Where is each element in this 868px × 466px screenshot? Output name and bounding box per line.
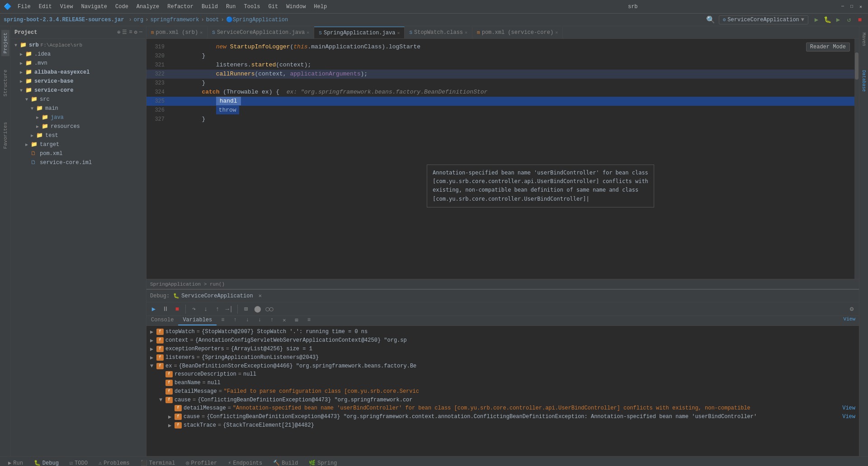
- project-tab[interactable]: Project: [1, 30, 9, 56]
- var-context[interactable]: ▶ f context = {AnnotationConfigServletWe…: [146, 336, 859, 345]
- menu-git[interactable]: Git: [265, 3, 282, 11]
- menu-view[interactable]: View: [57, 3, 77, 11]
- debug-settings[interactable]: ⚙: [846, 304, 857, 315]
- problems-tab[interactable]: ⚠ Problems: [94, 458, 134, 466]
- debug-tab5[interactable]: ↓: [254, 316, 266, 325]
- menu-tools[interactable]: Tools: [241, 3, 264, 11]
- menu-navigate[interactable]: Navigate: [77, 3, 111, 11]
- expand-arrow[interactable]: ▶: [150, 329, 156, 335]
- close-button[interactable]: ✕: [857, 3, 864, 10]
- structure-tab[interactable]: Structure: [1, 67, 9, 99]
- favorites-tab[interactable]: Favorites: [1, 119, 9, 151]
- tab-pom-srb[interactable]: m pom.xml (srb) ✕: [146, 27, 208, 38]
- tab-spring-app[interactable]: S SpringApplication.java ✕: [314, 27, 405, 38]
- frames-tab[interactable]: ↑: [229, 316, 241, 325]
- tab-stopwatch[interactable]: S StopWatch.class ✕: [405, 27, 472, 38]
- run-config-dropdown[interactable]: ▼: [801, 17, 804, 23]
- tab-close[interactable]: ✕: [397, 30, 400, 36]
- evaluate-button[interactable]: ⊞: [241, 304, 251, 315]
- view-link-text[interactable]: View: [840, 315, 859, 324]
- var-stopwatch[interactable]: ▶ f stopWatch = {StopWatch@2007} StopWat…: [146, 328, 859, 336]
- maximize-button[interactable]: □: [848, 3, 855, 10]
- scroll-from-source[interactable]: ☰: [122, 29, 127, 36]
- run-coverage-button[interactable]: ▶: [834, 15, 843, 24]
- menu-help[interactable]: Help: [310, 3, 330, 11]
- minimize-button[interactable]: ─: [839, 3, 846, 10]
- tree-alibaba[interactable]: ▶ 📁 alibaba-easyexcel: [11, 68, 146, 77]
- expand-arrow[interactable]: ▼: [150, 363, 156, 369]
- menu-code[interactable]: Code: [112, 3, 132, 11]
- debug-tab[interactable]: 🐛 Debug: [29, 458, 63, 466]
- profiler-tab[interactable]: ◎ Profiler: [181, 458, 222, 466]
- debug-tab6[interactable]: ↑: [266, 316, 278, 325]
- tab-close[interactable]: ✕: [307, 30, 309, 35]
- tree-service-core[interactable]: ▼ 📁 service-core: [11, 86, 146, 95]
- terminal-tab[interactable]: ⬛ Terminal: [136, 458, 180, 466]
- menu-file[interactable]: File: [14, 3, 34, 11]
- expand-arrow[interactable]: ▶: [168, 422, 175, 429]
- debug-tab9[interactable]: ≡: [303, 316, 315, 325]
- tab-pom-service[interactable]: m pom.xml (service-core) ✕: [472, 27, 563, 38]
- step-over-button[interactable]: ↷: [189, 304, 199, 315]
- database-tab[interactable]: Database: [860, 70, 868, 92]
- tree-service-base[interactable]: ▶ 📁 service-base: [11, 77, 146, 86]
- endpoints-tab[interactable]: ⚡ Endpoints: [223, 458, 267, 466]
- gear-icon[interactable]: ⚙: [134, 29, 137, 36]
- step-into-button[interactable]: ↓: [200, 304, 211, 315]
- view-link2[interactable]: View: [842, 414, 855, 420]
- tree-pom-xml[interactable]: 🗋 pom.xml: [11, 149, 146, 158]
- tree-idea[interactable]: ▶ 📁 .idea: [11, 50, 146, 59]
- stop-debug-button[interactable]: ■: [172, 304, 183, 315]
- tree-target[interactable]: ▶ 📁 target: [11, 140, 146, 149]
- debug-close-button[interactable]: ✕: [259, 292, 262, 299]
- debug-tab-icon1[interactable]: ≡: [217, 316, 229, 325]
- menu-analyze[interactable]: Analyze: [133, 3, 163, 11]
- menu-build[interactable]: Build: [198, 3, 222, 11]
- var-resource-desc[interactable]: ▶ f resourceDescription = null: [146, 370, 859, 379]
- var-exception-reporters[interactable]: ▶ f exceptionReporters = {ArrayList@4256…: [146, 345, 859, 353]
- bc-springframework[interactable]: springframework: [150, 17, 199, 23]
- todo-tab[interactable]: ☑ TODO: [65, 458, 92, 466]
- view-link[interactable]: View: [842, 405, 855, 411]
- var-ex[interactable]: ▼ f ex = {BeanDefinitionStoreException@4…: [146, 362, 859, 370]
- var-cause[interactable]: ▼ f cause = {ConflictingBeanDefinitionEx…: [146, 396, 859, 404]
- var-listeners[interactable]: ▶ f listeners = {SpringApplicationRunLis…: [146, 353, 859, 362]
- var-detail-message[interactable]: ▶ f detailMessage = "Failed to parse con…: [146, 387, 859, 396]
- code-editor[interactable]: Reader Mode 319 new StartupInfoLogger(th…: [146, 39, 859, 279]
- var-cause-cause[interactable]: ▶ f cause = {ConflictingBeanDefinitionEx…: [146, 413, 859, 421]
- debug-button[interactable]: 🐛: [823, 15, 832, 24]
- menu-edit[interactable]: Edit: [35, 3, 56, 11]
- menu-window[interactable]: Window: [283, 3, 309, 11]
- tree-mvn[interactable]: ▶ 📁 .mvn: [11, 59, 146, 68]
- reload-button[interactable]: ↺: [844, 15, 854, 24]
- step-out-button[interactable]: ↑: [212, 304, 223, 315]
- var-stack-trace[interactable]: ▶ f stackTrace = {StackTraceElement[21]@…: [146, 421, 859, 430]
- tree-main[interactable]: ▼ 📁 main: [11, 104, 146, 113]
- expand-arrow[interactable]: ▶: [150, 346, 156, 353]
- var-bean-name[interactable]: ▶ f beanName = null: [146, 379, 859, 387]
- tree-test[interactable]: ▶ 📁 test: [11, 131, 146, 140]
- vertical-scrollbar[interactable]: [854, 39, 859, 279]
- resume-button[interactable]: ▶: [148, 304, 159, 315]
- console-tab[interactable]: Console: [146, 316, 178, 325]
- var-cause-detail[interactable]: ▶ f detailMessage = "Annotation-specifie…: [146, 404, 859, 413]
- view-breakpoints-link[interactable]: View: [840, 316, 859, 325]
- run-config[interactable]: ⚙ ServiceCoreApplication ▼: [719, 15, 808, 24]
- tab-service-core-app[interactable]: S ServiceCoreApplication.java ✕: [208, 27, 314, 38]
- tree-root[interactable]: ▼ 📁 srb F:\Acplace\srb: [11, 41, 146, 50]
- minimize-panel[interactable]: —: [139, 29, 142, 36]
- run-to-cursor[interactable]: →|: [224, 304, 235, 315]
- bc-boot[interactable]: boot: [206, 17, 219, 23]
- tree-java[interactable]: ▶ 📁 java: [11, 113, 146, 122]
- pause-button[interactable]: ⏸: [160, 304, 171, 315]
- menu-run[interactable]: Run: [222, 3, 240, 11]
- expand-arrow[interactable]: ▶: [168, 414, 175, 420]
- expand-arrow[interactable]: ▶: [150, 337, 156, 344]
- tab-close[interactable]: ✕: [465, 30, 467, 35]
- locate-button[interactable]: ⊕: [117, 29, 120, 36]
- sort-button[interactable]: ≡: [129, 29, 132, 36]
- debug-tab8[interactable]: ⊞: [290, 316, 302, 325]
- mute-breakpoints[interactable]: ◯◯: [264, 304, 275, 315]
- spring-tab[interactable]: 🌿 Spring: [304, 458, 341, 466]
- breakpoints-button[interactable]: ⬤: [252, 304, 263, 315]
